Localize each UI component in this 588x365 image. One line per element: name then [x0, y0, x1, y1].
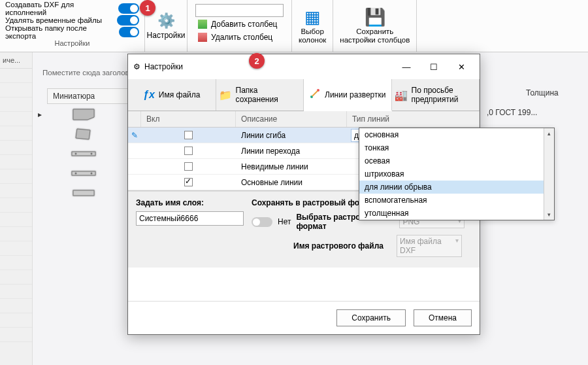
layer-name-input[interactable]	[136, 211, 244, 226]
raster-filename-select: Имя файла DXF	[397, 235, 462, 257]
toggle-open-label: Открывать папку после экспорта	[5, 24, 111, 40]
row-checkbox[interactable]	[184, 178, 193, 186]
save-button[interactable]: Сохранить	[336, 309, 406, 326]
thumbnail	[65, 165, 102, 182]
close-button[interactable]: ✕	[448, 58, 474, 75]
grid-cell-gost: ,0 ГОСТ 199...	[487, 108, 537, 117]
left-panel: иче...	[0, 52, 33, 365]
minimize-button[interactable]: —	[393, 58, 419, 75]
thumbnail	[65, 184, 102, 201]
svg-marker-1	[76, 129, 90, 139]
layer-name-label: Задать имя слоя:	[136, 198, 244, 207]
scroll-up-icon[interactable]: ▴	[544, 128, 554, 139]
svg-point-3	[75, 153, 77, 155]
save-icon: 💾	[365, 7, 385, 27]
row-description: Невидимые линии	[236, 162, 347, 171]
dialog-titlebar[interactable]: ⚙ Настройки — ☐ ✕	[128, 54, 480, 79]
unfold-icon	[309, 88, 321, 102]
tab-unfold-lines[interactable]: Линии развертки	[304, 79, 392, 111]
raster-toggle[interactable]	[252, 217, 272, 227]
tab-enterprise[interactable]: 🏭 По просьбе предприятий	[392, 79, 480, 111]
dropdown-option[interactable]: тонкая	[359, 141, 554, 154]
col-header-linetype[interactable]: Тип линий	[347, 111, 480, 127]
raster-filename-label: Имя растрового файла	[293, 241, 391, 251]
thumbnail	[65, 145, 102, 162]
tab-save-folder[interactable]: 📁 Папка сохранения	[216, 79, 304, 111]
svg-point-4	[91, 153, 93, 155]
add-column-button[interactable]: Добавить столбец	[195, 18, 284, 30]
toggle-delete[interactable]	[117, 15, 139, 26]
svg-rect-8	[73, 190, 94, 196]
row-description: Линии перехода	[236, 147, 347, 156]
tab-filename[interactable]: ƒx Имя файла	[128, 79, 216, 111]
line-type-dropdown[interactable]: основная тонкая осевая штриховая для лин…	[359, 128, 555, 220]
dialog-footer: Сохранить Отмена	[128, 301, 480, 334]
thickness-column-header[interactable]: Толщина	[526, 88, 559, 97]
dropdown-option[interactable]: утолщенная	[359, 207, 554, 220]
thumbnail	[65, 106, 102, 123]
tab-strip: ƒx Имя файла 📁 Папка сохранения Линии ра…	[128, 79, 480, 111]
table-icon: ▦	[304, 7, 321, 27]
row-description: Основные линии	[236, 178, 347, 187]
col-header-enabled[interactable]: Вкл	[141, 111, 236, 127]
dropdown-option[interactable]: вспомогательная	[359, 194, 554, 207]
edit-icon: ✎	[128, 131, 141, 140]
gear-icon: ⚙	[133, 62, 140, 71]
callout-badge-2: 2	[249, 53, 265, 69]
dropdown-option[interactable]: осевая	[359, 154, 554, 167]
svg-line-11	[312, 91, 318, 96]
dropdown-scrollbar[interactable]: ▴ ▾	[544, 128, 554, 220]
row-checkbox[interactable]	[184, 162, 193, 171]
scroll-down-icon[interactable]: ▾	[544, 209, 554, 220]
left-panel-header: иче...	[0, 52, 32, 69]
dropdown-option[interactable]: для линии обрыва	[359, 181, 554, 194]
callout-badge-1: 1	[140, 0, 155, 16]
row-indicator: ▸	[38, 110, 42, 119]
svg-point-6	[75, 173, 77, 175]
raster-toggle-state: Нет	[278, 217, 291, 226]
add-column-icon	[198, 20, 207, 29]
dropdown-option[interactable]: штриховая	[359, 167, 554, 181]
delete-column-icon	[198, 33, 207, 42]
delete-column-button[interactable]: Удалить столбец	[195, 31, 284, 43]
toggle-open[interactable]	[119, 27, 139, 37]
gear-icon: ⚙️	[157, 12, 175, 29]
row-description: Линии сгиба	[236, 131, 347, 140]
column-combo[interactable]	[195, 4, 284, 17]
save-columns-button[interactable]: 💾 Сохранить настройки столбцов	[333, 0, 417, 52]
folder-icon: 📁	[219, 89, 232, 101]
thumbnail	[65, 126, 102, 143]
fx-icon: ƒx	[143, 89, 155, 101]
svg-point-7	[91, 173, 93, 175]
cancel-button[interactable]: Отмена	[414, 309, 472, 326]
toggle-dxf[interactable]	[118, 3, 139, 14]
dropdown-option[interactable]: основная	[359, 128, 554, 141]
svg-marker-0	[73, 109, 94, 120]
row-checkbox[interactable]	[184, 131, 193, 139]
thumbnail-column-header[interactable]: Миниатюра	[47, 88, 128, 104]
toggle-delete-label: Удалять временные файлы	[5, 16, 102, 24]
maximize-button[interactable]: ☐	[421, 58, 447, 75]
factory-icon: 🏭	[395, 89, 408, 101]
col-header-description[interactable]: Описание	[236, 111, 347, 127]
ribbon: Создавать DXF для исполнений Удалять вре…	[0, 0, 588, 52]
choose-columns-button[interactable]: ▦ Выбор колонок	[292, 0, 333, 52]
dialog-title: Настройки	[144, 62, 389, 71]
row-checkbox[interactable]	[184, 147, 193, 155]
group-box-hint: Поместите сюда заголовок	[42, 69, 137, 77]
